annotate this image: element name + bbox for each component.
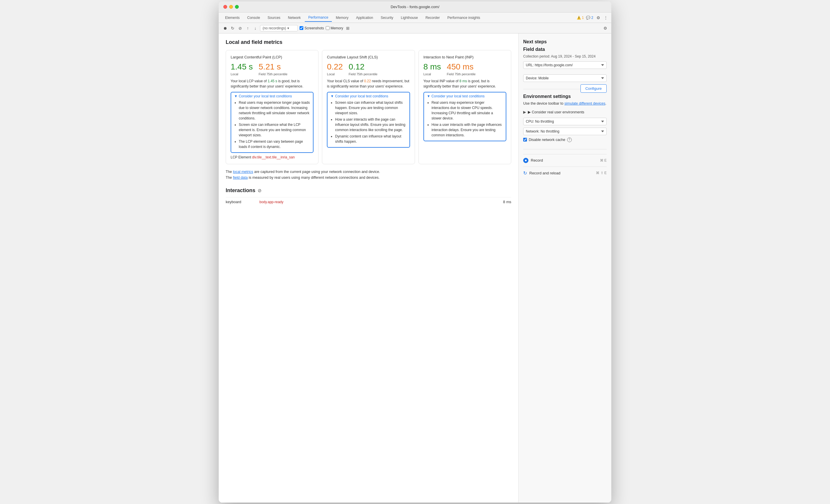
inp-field-value: 450 ms: [447, 63, 476, 71]
cls-card: Cumulative Layout Shift (CLS) 0.22 Local…: [322, 50, 415, 164]
lcp-values: 1.45 s Local 5.21 s Field 75th percentil…: [231, 63, 314, 76]
lcp-field-group: 5.21 s Field 75th percentile: [259, 63, 287, 76]
lcp-local-value: 1.45 s: [231, 63, 253, 71]
chevron-down-icon: ▾: [287, 26, 289, 30]
environment-title-text: Environment settings: [523, 94, 571, 99]
lcp-card: Largest Contentful Paint (LCP) 1.45 s Lo…: [226, 50, 318, 164]
tab-elements[interactable]: Elements: [222, 14, 243, 22]
main-layout: Local and field metrics Largest Contentf…: [219, 33, 611, 503]
close-button[interactable]: [223, 5, 227, 9]
window-title: DevTools - fonts.google.com/: [390, 5, 440, 9]
record-circle-icon[interactable]: ⏺: [222, 25, 228, 31]
tab-application[interactable]: Application: [352, 14, 377, 22]
settings-icon[interactable]: ⚙: [596, 15, 601, 20]
interactions-blocked-icon: ⊘: [258, 188, 261, 193]
inp-consider-box[interactable]: ▼ Consider your local test conditions Re…: [423, 92, 506, 141]
inp-values: 8 ms Local 450 ms Field 75th percentile: [423, 63, 506, 76]
download-icon[interactable]: ↓: [252, 25, 258, 31]
toolbar: ⏺ ↻ ⊘ ↑ ↓ (no recordings) ▾ Screenshots …: [219, 23, 611, 33]
tab-memory[interactable]: Memory: [332, 14, 352, 22]
network-dropdown[interactable]: Network: No throttling Network: Fast 3G …: [523, 128, 607, 135]
metrics-section-title: Local and field metrics: [226, 39, 511, 45]
cpu-profiler-icon[interactable]: ⊞: [345, 25, 351, 31]
network-setting-row: Network: No throttling Network: Fast 3G …: [523, 128, 607, 135]
recordings-dropdown[interactable]: (no recordings) ▾: [260, 25, 298, 31]
inp-description: Your local INP value of 8 ms is good, bu…: [423, 78, 506, 89]
inp-consider-header: ▼ Consider your local test conditions: [427, 94, 503, 98]
screenshots-label: Screenshots: [305, 26, 324, 30]
cls-consider-arrow-icon: ▼: [330, 94, 334, 98]
warning-badge[interactable]: ⚠️ 1: [577, 16, 584, 20]
record-icon-inner: [525, 160, 527, 161]
lcp-title: Largest Contentful Paint (LCP): [231, 55, 314, 59]
screenshots-checkbox[interactable]: [299, 26, 303, 30]
error-badge[interactable]: 💬 2: [586, 16, 593, 20]
cls-consider-label: Consider your local test conditions: [335, 94, 388, 98]
cls-local-group: 0.22 Local: [327, 63, 343, 76]
environment-section: Environment settings Use the device tool…: [523, 94, 607, 142]
footer-note: The local metrics are captured from the …: [226, 169, 511, 180]
tab-lighthouse[interactable]: Lighthouse: [397, 14, 421, 22]
lcp-element-value[interactable]: div.tile__text.tile__inria_san: [252, 155, 295, 159]
consider-real-environments[interactable]: ▶ ▶ Consider real user environments: [523, 110, 607, 114]
tab-bar: Elements Console Sources Network Perform…: [219, 12, 611, 23]
record-shortcut: ⌘ E: [600, 159, 607, 163]
cls-bullet-1: Screen size can influence what layout sh…: [335, 100, 406, 116]
maximize-button[interactable]: [235, 5, 239, 9]
lcp-consider-bullets: Real users may experience longer page lo…: [234, 100, 310, 149]
local-metrics-link[interactable]: local metrics: [233, 170, 253, 174]
record-row[interactable]: Record ⌘ E: [523, 154, 607, 167]
interaction-selector[interactable]: body.app-ready: [259, 200, 499, 204]
inp-bullet-1: Real users may experience longer interac…: [432, 100, 503, 121]
tab-security[interactable]: Security: [377, 14, 397, 22]
more-options-icon[interactable]: ⋮: [603, 15, 608, 20]
inp-consider-label: Consider your local test conditions: [432, 94, 485, 98]
inp-local-group: 8 ms Local: [423, 63, 441, 76]
tab-console[interactable]: Console: [244, 14, 263, 22]
toolbar-settings-icon[interactable]: ⚙: [603, 26, 608, 31]
tab-recorder[interactable]: Recorder: [422, 14, 443, 22]
tab-performance-insights[interactable]: Performance insights: [444, 14, 484, 22]
cpu-dropdown[interactable]: CPU: No throttling CPU: 4x slowdown CPU:…: [523, 118, 607, 125]
lcp-consider-box[interactable]: ▼ Consider your local test conditions Re…: [231, 92, 314, 153]
disable-cache-help-icon[interactable]: ?: [567, 137, 572, 142]
inp-field-label: Field 75th percentile: [447, 72, 476, 76]
lcp-bullet-2: Screen size can influence what the LCP e…: [239, 122, 310, 138]
tab-network[interactable]: Network: [284, 14, 304, 22]
clear-icon[interactable]: ⊘: [237, 25, 243, 31]
next-steps-title: Next steps: [523, 39, 607, 44]
device-dropdown[interactable]: Device: Mobile: [523, 74, 607, 82]
lcp-field-label: Field 75th percentile: [259, 72, 287, 76]
error-icon: 💬: [586, 16, 590, 20]
tab-performance[interactable]: Performance: [305, 14, 332, 22]
metrics-grid: Largest Contentful Paint (LCP) 1.45 s Lo…: [226, 50, 511, 164]
memory-checkbox[interactable]: [326, 26, 329, 30]
screenshots-checkbox-group: Screenshots: [299, 26, 324, 30]
inp-local-label: Local: [423, 72, 441, 76]
url-dropdown[interactable]: URL: https://fonts.google.com/: [523, 61, 607, 69]
field-data-link[interactable]: field data: [233, 175, 248, 180]
inp-local-value: 8 ms: [423, 63, 441, 71]
upload-icon[interactable]: ↑: [245, 25, 251, 31]
cls-consider-box[interactable]: ▼ Consider your local test conditions Sc…: [327, 92, 410, 148]
disable-cache-row: Disable network cache ?: [523, 137, 607, 142]
inp-consider-bullets: Real users may experience longer interac…: [427, 100, 503, 138]
lcp-bullet-1: Real users may experience longer page lo…: [239, 100, 310, 121]
error-count: 2: [591, 16, 593, 20]
record-reload-label: Record and reload: [529, 171, 561, 175]
field-data-title: Field data: [523, 47, 607, 52]
disable-cache-checkbox[interactable]: [523, 138, 527, 141]
interaction-name: keyboard: [226, 200, 255, 204]
environment-description: Use the device toolbar to simulate diffe…: [523, 101, 607, 106]
tab-sources[interactable]: Sources: [264, 14, 284, 22]
refresh-icon[interactable]: ↻: [230, 25, 235, 31]
simulate-devices-link[interactable]: simulate different devices: [565, 101, 605, 105]
minimize-button[interactable]: [229, 5, 233, 9]
configure-button[interactable]: Configure: [580, 84, 607, 93]
consider-real-arrow-icon: ▶: [523, 110, 526, 114]
consider-real-label: ▶ Consider real user environments: [528, 110, 584, 114]
record-reload-row[interactable]: ↻ Record and reload ⌘ ⇧ E: [523, 167, 607, 179]
interactions-header: Interactions ⊘: [226, 188, 511, 194]
lcp-description: Your local LCP value of 1.45 s is good, …: [231, 78, 314, 89]
cls-local-value: 0.22: [327, 63, 343, 71]
